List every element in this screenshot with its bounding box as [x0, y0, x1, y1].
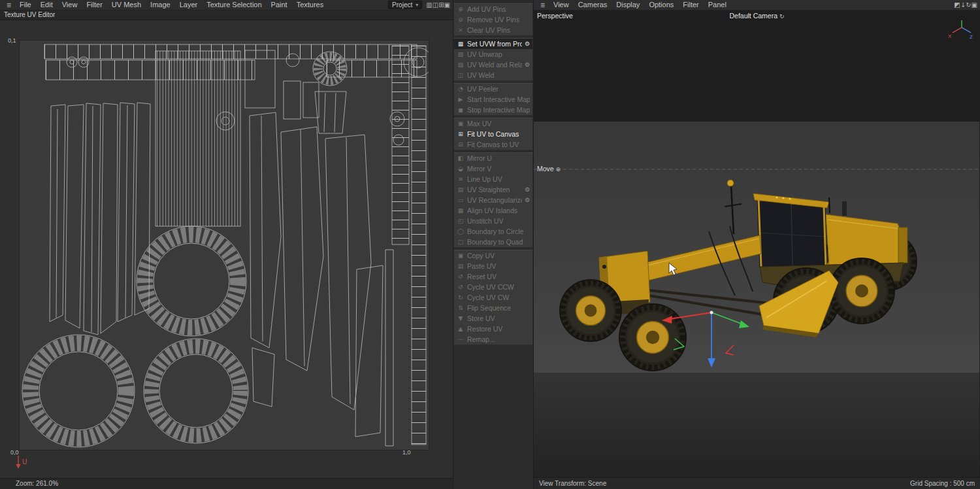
menu-uv-mesh[interactable]: UV Mesh: [107, 1, 146, 8]
texture-uv-editor-pane: ≡ FileEditViewFilterUV MeshImageLayerTex…: [0, 0, 453, 489]
command-uv-unwrap[interactable]: ▧UV Unwrap: [454, 49, 532, 59]
command-label: Boundary to Quad: [467, 238, 530, 246]
axis-x-label: X: [948, 33, 952, 39]
sync-icon[interactable]: ↻: [966, 1, 971, 8]
command-max-uv[interactable]: ▣Max UV: [454, 118, 532, 129]
command-uv-peeler[interactable]: ◔UV Peeler: [454, 84, 532, 94]
menu-filter[interactable]: Filter: [82, 1, 106, 8]
command-start-interactive-mapping[interactable]: ▶Start Interactive Mapping: [454, 94, 532, 105]
mirror-v-icon: ◒: [457, 165, 465, 172]
command-label: Stop Interactive Mapping: [467, 106, 530, 114]
menu-textures[interactable]: Textures: [292, 1, 329, 8]
menu-image[interactable]: Image: [146, 1, 175, 8]
start-interactive-mapping-icon: ▶: [457, 96, 465, 103]
command-label: UV Unwrap: [467, 50, 530, 58]
menu-panel[interactable]: Panel: [704, 1, 731, 8]
command-clear-uv-pins[interactable]: ×Clear UV Pins: [454, 25, 532, 35]
gear-icon[interactable]: ⚙: [525, 61, 530, 68]
uv-texture-canvas[interactable]: [20, 41, 429, 450]
menu-paint[interactable]: Paint: [267, 1, 292, 8]
command-line-up-uv[interactable]: ≡Line Up UV: [454, 174, 532, 184]
command-paste-uv[interactable]: ▤Paste UV: [454, 261, 532, 271]
command-store-uv[interactable]: ▼Store UV: [454, 313, 532, 324]
command-label: Remap...: [467, 335, 530, 343]
histogram-icon[interactable]: ▥: [426, 1, 432, 8]
maximize-icon[interactable]: ▣: [444, 1, 450, 8]
command-remove-uv-pins[interactable]: ⊖Remove UV Pins: [454, 14, 532, 25]
chevron-down-icon: ▾: [416, 2, 418, 8]
command-reset-uv[interactable]: ↺Reset UV: [454, 271, 532, 282]
burger-menu-icon[interactable]: ≡: [536, 1, 549, 10]
command-stop-interactive-mapping[interactable]: ◼Stop Interactive Mapping: [454, 105, 532, 115]
maximize-icon[interactable]: ▣: [972, 1, 977, 8]
command-label: UV Straighten: [467, 186, 522, 194]
command-uv-straighten[interactable]: ▤UV Straighten⚙: [454, 184, 532, 195]
command-label: Mirror U: [467, 154, 530, 162]
gear-icon[interactable]: ⚙: [525, 186, 530, 193]
menu-view[interactable]: View: [549, 1, 574, 8]
command-label: Fit UV to Canvas: [467, 130, 530, 138]
uv-straighten-icon: ▤: [457, 186, 465, 193]
menu-file[interactable]: File: [15, 1, 36, 8]
orientation-axis-gizmo[interactable]: X Z: [947, 18, 976, 42]
command-flip-sequence[interactable]: ⇅Flip Sequence: [454, 303, 532, 313]
stop-interactive-mapping-icon: ◼: [457, 107, 465, 113]
uv-wireframe: [20, 41, 429, 450]
menu-filter[interactable]: Filter: [678, 1, 703, 8]
camera-selector[interactable]: Default Camera ↻: [730, 12, 785, 20]
command-restore-uv[interactable]: ▲Restore UV: [454, 324, 532, 334]
menu-cameras[interactable]: Cameras: [574, 1, 612, 8]
command-add-uv-pins[interactable]: ⊕Add UV Pins: [454, 4, 532, 14]
view-mode-label[interactable]: Perspective: [537, 12, 573, 20]
uv-weld-and-relax-icon: ▨: [457, 61, 465, 68]
uv-canvas-area[interactable]: 0,1 0,0 1,0 U: [0, 20, 453, 478]
copy-uv-icon: ▣: [457, 252, 465, 259]
viewport-pane: ≡ ViewCamerasDisplayOptionsFilterPanel ◩…: [534, 0, 980, 489]
menu-texture-selection[interactable]: Texture Selection: [202, 1, 266, 8]
perspective-viewport[interactable]: Perspective Default Camera ↻ Move ⊕ X Z: [534, 10, 980, 477]
burger-menu-icon[interactable]: ≡: [3, 1, 15, 10]
menu-layer[interactable]: Layer: [175, 1, 203, 8]
command-group: ▦Set UVW from Projection⚙▧UV Unwrap▨UV W…: [453, 38, 533, 81]
command-label: Remove UV Pins: [467, 16, 530, 24]
command-unstitch-uv[interactable]: ◰Unstitch UV: [454, 216, 532, 226]
command-cycle-uv-cw[interactable]: ↻Cycle UV CW: [454, 292, 532, 303]
download-icon[interactable]: ↓: [960, 1, 966, 8]
pan-view-icon[interactable]: ⊞: [438, 1, 444, 8]
set-uvw-from-projection-icon: ▦: [457, 41, 465, 47]
align-uv-islands-icon: ▦: [457, 207, 465, 214]
split-view-icon[interactable]: ◫: [433, 1, 438, 8]
uv-editor-title-tab[interactable]: Texture UV Editor: [0, 10, 453, 20]
menu-view[interactable]: View: [57, 1, 82, 8]
command-uv-weld-and-relax[interactable]: ▨UV Weld and Relax⚙: [454, 59, 532, 70]
gear-icon[interactable]: ⚙: [525, 197, 530, 203]
command-fit-uv-to-canvas[interactable]: ⊞Fit UV to Canvas: [454, 129, 532, 139]
menu-edit[interactable]: Edit: [36, 1, 57, 8]
fit-canvas-to-uv-icon: ⊟: [457, 141, 465, 148]
command-copy-uv[interactable]: ▣Copy UV: [454, 250, 532, 261]
command-cycle-uv-ccw[interactable]: ↺Cycle UV CCW: [454, 282, 532, 292]
command-mirror-u[interactable]: ◧Mirror U: [454, 153, 532, 163]
command-set-uvw-from-projection[interactable]: ▦Set UVW from Projection⚙: [454, 39, 532, 49]
command-mirror-v[interactable]: ◒Mirror V: [454, 163, 532, 174]
flip-sequence-icon: ⇅: [457, 305, 465, 311]
uv-axis-arrow-icon: [14, 454, 24, 470]
command-boundary-to-circle[interactable]: ◯Boundary to Circle: [454, 226, 532, 237]
command-boundary-to-quad[interactable]: □Boundary to Quad: [454, 237, 532, 247]
command-align-uv-islands[interactable]: ▦Align UV Islands: [454, 205, 532, 216]
menu-options[interactable]: Options: [644, 1, 678, 8]
menu-display[interactable]: Display: [612, 1, 644, 8]
uv-command-panel: ⊕Add UV Pins⊖Remove UV Pins×Clear UV Pin…: [453, 0, 534, 489]
palette-icon[interactable]: ◩: [954, 1, 960, 8]
camera-cycle-icon: ↻: [779, 13, 785, 20]
command-uv-rectangularize[interactable]: ▭UV Rectangularize⚙: [454, 195, 532, 205]
command-fit-canvas-to-uv[interactable]: ⊟Fit Canvas to UV: [454, 139, 532, 150]
project-dropdown-label: Project: [392, 1, 412, 8]
project-dropdown[interactable]: Project ▾: [388, 1, 422, 9]
axis-z-label: Z: [970, 34, 973, 40]
command-uv-weld[interactable]: ◫UV Weld: [454, 70, 532, 80]
boundary-to-circle-icon: ◯: [457, 228, 465, 235]
gear-icon[interactable]: ⚙: [525, 41, 530, 47]
command-remap[interactable]: ⋯Remap...: [454, 334, 532, 345]
scene-3d-render: [534, 10, 979, 477]
